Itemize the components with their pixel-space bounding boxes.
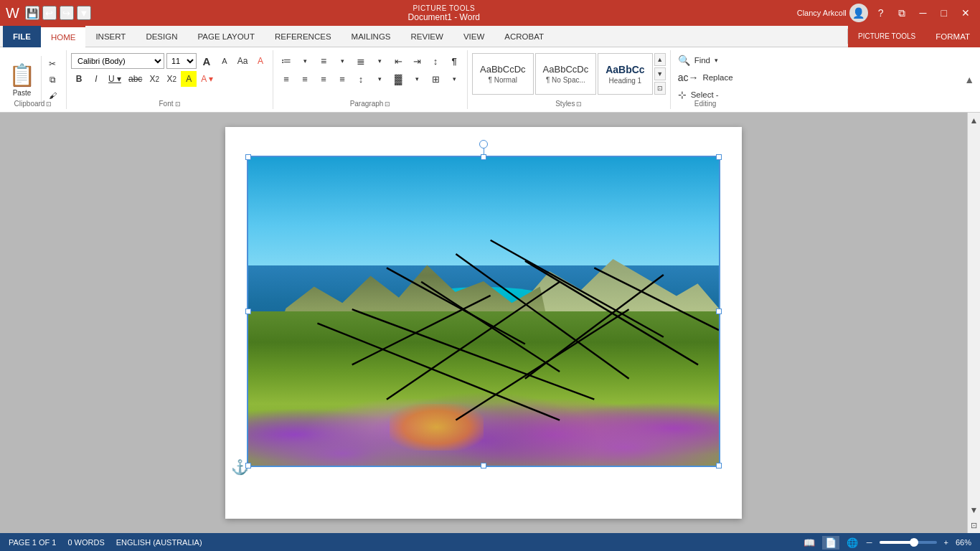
tab-review[interactable]: REVIEW xyxy=(401,26,453,47)
borders-button[interactable]: ⊞ xyxy=(427,71,444,87)
tab-file[interactable]: FILE xyxy=(3,26,41,47)
tab-mailings[interactable]: MAILINGS xyxy=(341,26,401,47)
sort-button[interactable]: ↕ xyxy=(427,53,444,69)
zoom-out-button[interactable]: ─ xyxy=(865,538,874,547)
numbering-dropdown[interactable]: ▾ xyxy=(334,53,351,69)
styles-group-label: Styles ⊡ xyxy=(468,100,670,108)
show-hide-button[interactable]: ¶ xyxy=(446,53,463,69)
superscript-button[interactable]: X2 xyxy=(164,71,179,87)
paste-button[interactable]: 📋 Paste xyxy=(3,56,42,103)
status-left: PAGE 1 OF 1 0 WORDS ENGLISH (AUSTRALIA) xyxy=(9,538,202,547)
resize-handle-tr[interactable] xyxy=(716,154,722,160)
styles-scroll-down[interactable]: ▼ xyxy=(654,67,666,80)
close-button[interactable]: ✕ xyxy=(957,6,974,20)
zoom-level[interactable]: 66% xyxy=(956,538,971,547)
landscape-image xyxy=(248,157,719,466)
font-dialog-icon[interactable]: ⊡ xyxy=(175,100,181,108)
zoom-in-button[interactable]: + xyxy=(943,538,950,547)
tab-acrobat[interactable]: ACROBAT xyxy=(494,26,554,47)
redo-quick-button[interactable]: ↪ xyxy=(60,6,74,20)
align-right-button[interactable]: ≡ xyxy=(315,71,332,87)
multilevel-button[interactable]: ≣ xyxy=(352,53,369,69)
styles-dialog-icon[interactable]: ⊡ xyxy=(576,100,582,108)
bullets-dropdown[interactable]: ▾ xyxy=(296,53,314,69)
clipboard-dialog-icon[interactable]: ⊡ xyxy=(46,100,52,108)
justify-button[interactable]: ≡ xyxy=(334,71,351,87)
help-button[interactable]: ? xyxy=(874,6,888,20)
minimize-button[interactable]: ─ xyxy=(915,6,931,20)
customize-quick-button[interactable]: ▼ xyxy=(77,6,91,20)
layout-options-icon[interactable]: ⊡ xyxy=(968,518,980,533)
change-case-button[interactable]: Aa xyxy=(235,53,250,69)
decrease-indent-button[interactable]: ⇤ xyxy=(390,53,407,69)
language-indicator[interactable]: ENGLISH (AUSTRALIA) xyxy=(116,538,202,547)
multilevel-dropdown[interactable]: ▾ xyxy=(371,53,388,69)
scroll-down-icon[interactable]: ▼ xyxy=(967,502,980,518)
font-group-label: Font ⊡ xyxy=(67,100,273,108)
bullets-button[interactable]: ≔ xyxy=(278,53,295,69)
user-avatar[interactable]: 👤 xyxy=(849,4,868,22)
clear-format-button[interactable]: A xyxy=(253,53,268,69)
italic-button[interactable]: I xyxy=(88,71,104,87)
resize-handle-tl[interactable] xyxy=(245,154,251,160)
tab-insert[interactable]: INSERT xyxy=(85,26,136,47)
style-heading1[interactable]: AaBbCc Heading 1 xyxy=(598,53,652,95)
underline-button[interactable]: U ▾ xyxy=(105,71,124,87)
scroll-up-icon[interactable]: ▲ xyxy=(967,113,980,128)
status-right: 📖 📄 🌐 ─ + 66% xyxy=(802,536,971,550)
line-spacing-button[interactable]: ↕ xyxy=(352,71,369,87)
copy-button[interactable]: ⧉ xyxy=(44,73,60,86)
image-frame[interactable] xyxy=(247,156,720,467)
web-layout-button[interactable]: 🌐 xyxy=(845,537,859,548)
numbering-button[interactable]: ≡ xyxy=(315,53,332,69)
ribbon-display-button[interactable]: ⧉ xyxy=(894,6,910,21)
replace-button[interactable]: ac→ Replace xyxy=(675,70,736,85)
read-mode-button[interactable]: 📖 xyxy=(802,537,816,548)
text-highlight-button[interactable]: A xyxy=(181,71,197,87)
tab-view[interactable]: VIEW xyxy=(453,26,494,47)
restore-button[interactable]: □ xyxy=(937,6,951,20)
cut-button[interactable]: ✂ xyxy=(44,57,60,70)
font-color-button[interactable]: A ▾ xyxy=(198,71,216,87)
word-count: 0 WORDS xyxy=(67,538,104,547)
resize-handle-ml[interactable] xyxy=(245,309,251,314)
center-button[interactable]: ≡ xyxy=(296,71,314,87)
resize-handle-mr[interactable] xyxy=(716,309,722,314)
styles-scroll-up[interactable]: ▲ xyxy=(654,53,666,66)
resize-handle-bl[interactable] xyxy=(245,463,251,468)
tab-references[interactable]: REFERENCES xyxy=(265,26,341,47)
tab-format[interactable]: FORMAT xyxy=(925,26,980,47)
bold-button[interactable]: B xyxy=(71,71,87,87)
rotate-handle[interactable] xyxy=(479,140,488,149)
print-layout-button[interactable]: 📄 xyxy=(822,536,839,550)
tab-home[interactable]: HOME xyxy=(41,26,86,47)
shrink-font-button[interactable]: A xyxy=(217,53,232,69)
subscript-button[interactable]: X2 xyxy=(146,71,162,87)
strikethrough-button[interactable]: abc xyxy=(126,71,145,87)
grow-font-button[interactable]: A xyxy=(199,53,215,69)
shading-dropdown[interactable]: ▾ xyxy=(408,71,425,87)
increase-indent-button[interactable]: ⇥ xyxy=(408,53,425,69)
find-button[interactable]: 🔍 Find ▾ xyxy=(675,53,721,67)
align-left-button[interactable]: ≡ xyxy=(278,71,295,87)
undo-quick-button[interactable]: ↩ xyxy=(42,6,57,20)
line-spacing-dropdown[interactable]: ▾ xyxy=(371,71,388,87)
find-dropdown[interactable]: ▾ xyxy=(715,57,718,64)
collapse-ribbon-button[interactable]: ▲ xyxy=(958,50,980,109)
resize-handle-bc[interactable] xyxy=(481,463,486,468)
font-size-select[interactable]: 11 xyxy=(166,53,197,69)
paragraph-dialog-icon[interactable]: ⊡ xyxy=(385,100,390,108)
font-name-select[interactable]: Calibri (Body) xyxy=(71,53,164,69)
resize-handle-br[interactable] xyxy=(716,463,722,468)
shading-button[interactable]: ▓ xyxy=(390,71,407,87)
borders-dropdown[interactable]: ▾ xyxy=(446,71,463,87)
zoom-thumb[interactable] xyxy=(910,538,918,547)
style-no-spacing[interactable]: AaBbCcDc ¶ No Spac... xyxy=(535,53,597,95)
save-quick-button[interactable]: 💾 xyxy=(25,6,39,20)
clipboard-secondary: ✂ ⧉ 🖌 xyxy=(42,56,63,103)
styles-more[interactable]: ⊡ xyxy=(654,82,666,95)
style-normal[interactable]: AaBbCcDc ¶ Normal xyxy=(472,53,534,95)
tab-page-layout[interactable]: PAGE LAYOUT xyxy=(187,26,264,47)
resize-handle-tc[interactable] xyxy=(481,154,486,160)
tab-design[interactable]: DESIGN xyxy=(136,26,187,47)
